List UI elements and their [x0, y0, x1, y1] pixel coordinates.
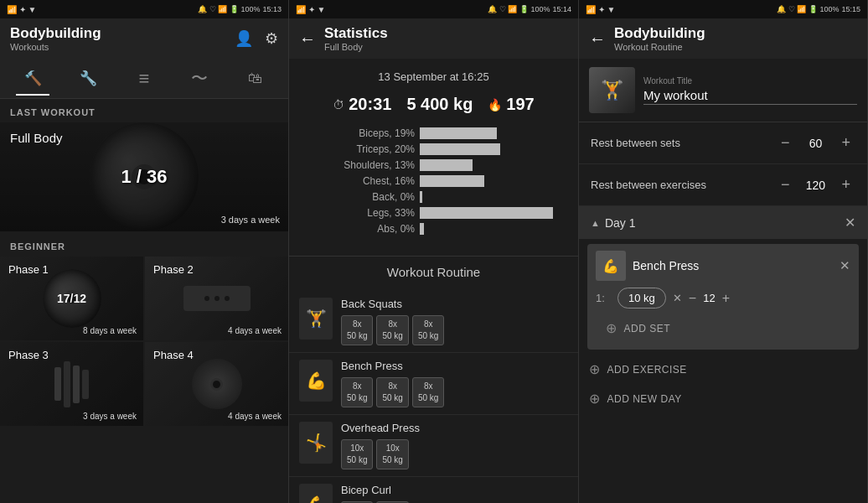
add-exercise-icon: ⊕ [589, 361, 601, 377]
add-day-label: ADD NEW DAY [607, 393, 682, 405]
muscle-label: Shoulders, 13% [314, 159, 415, 171]
set-tag: 8x50 kg [412, 315, 444, 345]
status-bar-2: 📶 ✦ ▼ 🔔 ♡ 📶 🔋 100% 15:14 [289, 0, 578, 18]
status-right-icons: 🔔 ♡ 📶 🔋 100% 15:13 [198, 5, 282, 13]
rest-exercises-minus[interactable]: − [776, 174, 795, 195]
phase-1-freq: 8 days a week [83, 326, 137, 335]
muscle-label: Chest, 16% [314, 175, 415, 187]
workout-title-field[interactable] [643, 88, 857, 105]
rest-sets-plus[interactable]: + [836, 132, 855, 153]
routine-icon: 🤸 [299, 422, 333, 464]
app-title-1: Bodybuilding [10, 25, 101, 42]
muscle-row: Chest, 16% [314, 175, 553, 187]
set-tag: 8x50 kg [341, 377, 373, 407]
muscle-bar [420, 159, 553, 171]
full-body-card[interactable]: Full Body 1 / 36 3 days a week [0, 122, 288, 231]
header-icons-1: 👤 ⚙ [235, 29, 278, 48]
rest-sets-row: Rest between sets − 60 + [579, 122, 867, 164]
set-weight[interactable]: 10 kg [617, 288, 666, 309]
phase-3-card[interactable]: Phase 3 3 days a week [0, 342, 143, 426]
day-1-header: ▲ Day 1 ✕ [579, 206, 867, 239]
routine-name: Bench Press [341, 360, 568, 372]
exercise-header: 💪 Bench Press ✕ [596, 251, 850, 281]
add-exercise-label: ADD EXERCISE [607, 364, 687, 376]
muscle-label: Triceps, 20% [314, 143, 415, 155]
set-tag: 8x50 kg [376, 315, 408, 345]
rest-sets-label: Rest between sets [591, 137, 776, 149]
workout-title-section: 🏋 Workout Title [579, 59, 867, 122]
set-reps-value: 12 [703, 292, 715, 304]
muscle-label: Abs, 0% [314, 223, 415, 235]
rest-exercises-plus[interactable]: + [836, 174, 855, 195]
routine-title: Workout Routine [289, 256, 578, 291]
phase-1-title: Phase 1 [8, 263, 49, 276]
routine-item: 💪 Bicep Curl 10x50 kg10x50 kg [289, 477, 578, 503]
set-tag: 8x50 kg [412, 377, 444, 407]
stat-calories-value: 197 [506, 95, 534, 114]
set-tags: 8x50 kg8x50 kg8x50 kg [341, 315, 568, 345]
routine-item: 🤸 Overhead Press 10x50 kg10x50 kg [289, 415, 578, 477]
add-day-row[interactable]: ⊕ ADD NEW DAY [579, 384, 867, 413]
add-set-row[interactable]: ⊕ ADD SET [596, 314, 850, 343]
time-3: 15:15 [841, 5, 860, 13]
muscle-bars: Biceps, 19% Triceps, 20% Shoulders, 13% … [289, 127, 578, 256]
full-body-title: Full Body [10, 131, 63, 145]
app-header-3: ← Bodybuilding Workout Routine [579, 18, 867, 59]
routine-info: Bicep Curl 10x50 kg10x50 kg [341, 484, 568, 503]
add-exercise-row[interactable]: ⊕ ADD EXERCISE [579, 355, 867, 384]
title-block-3: Bodybuilding Workout Routine [614, 25, 705, 52]
set-tags: 8x50 kg8x50 kg8x50 kg [341, 377, 568, 407]
set-tag: 10x50 kg [376, 439, 408, 469]
panel-routine-editor: 📶 ✦ ▼ 🔔 ♡ 📶 🔋 100% 15:15 ← Bodybuilding … [579, 0, 868, 503]
person-icon[interactable]: 👤 [235, 29, 253, 48]
exercise-close-btn[interactable]: ✕ [840, 258, 850, 273]
day-1-left: ▲ Day 1 [591, 216, 635, 230]
rest-exercises-row: Rest between exercises − 120 + [579, 164, 867, 206]
add-set-label: ADD SET [624, 323, 671, 334]
set-tag: 10x50 kg [341, 439, 373, 469]
set-reps-plus[interactable]: + [722, 291, 730, 306]
stat-calories: 🔥 197 [488, 95, 534, 114]
settings-icon[interactable]: ⚙ [265, 29, 278, 48]
phase-4-title: Phase 4 [153, 349, 194, 361]
phase-1-card[interactable]: Phase 1 17/12 8 days a week [0, 257, 143, 340]
back-button-3[interactable]: ← [589, 29, 606, 49]
chevron-up-icon: ▲ [591, 218, 600, 228]
fire-icon: 🔥 [488, 98, 502, 111]
app-subtitle-1: Workouts [10, 42, 101, 52]
muscle-bar [420, 223, 553, 235]
beginner-label: BEGINNER [0, 233, 288, 257]
routine-info: Bench Press 8x50 kg8x50 kg8x50 kg [341, 360, 568, 407]
routine-editor-title: Bodybuilding [614, 25, 705, 42]
bench-press-card: 💪 Bench Press ✕ 1: 10 kg ✕ − 12 + ⊕ ADD … [587, 244, 859, 350]
android-icons: 📶 ✦ ▼ [7, 5, 36, 14]
routine-info: Overhead Press 10x50 kg10x50 kg [341, 422, 568, 469]
set-row-1: 1: 10 kg ✕ − 12 + [596, 288, 850, 309]
phase-4-card[interactable]: Phase 4 4 days a week [145, 342, 288, 426]
routine-name: Back Squats [341, 298, 568, 310]
rest-exercises-value: 120 [803, 179, 828, 192]
muscle-row: Back, 0% [314, 191, 553, 203]
phase-2-card[interactable]: Phase 2 4 days a week [145, 257, 288, 340]
routine-list: 🏋 Back Squats 8x50 kg8x50 kg8x50 kg 💪 Be… [289, 291, 578, 503]
rest-sets-minus[interactable]: − [776, 132, 795, 153]
stats-content: 13 September at 16:25 ⏱ 20:31 5 400 kg 🔥… [289, 59, 578, 503]
stats-summary: ⏱ 20:31 5 400 kg 🔥 197 [289, 91, 578, 127]
routine-name: Bicep Curl [341, 484, 568, 496]
tab-bag[interactable]: 🛍 [228, 62, 283, 96]
tab-wrench[interactable]: 🔧 [60, 61, 116, 96]
set-reps-minus[interactable]: − [689, 291, 696, 306]
day-1-close[interactable]: ✕ [845, 215, 855, 231]
status-left-2: 📶 ✦ ▼ [296, 5, 325, 14]
set-reps-controls: − 12 + [689, 291, 730, 306]
panel-workouts: 📶 ✦ ▼ 🔔 ♡ 📶 🔋 100% 15:13 Bodybuilding Wo… [0, 0, 289, 503]
tab-list[interactable]: ≡ [116, 60, 172, 98]
stat-weight-value: 5 400 kg [406, 95, 473, 114]
back-button-2[interactable]: ← [299, 29, 316, 49]
status-left-icons: 📶 ✦ ▼ [7, 5, 36, 14]
phase-2-title: Phase 2 [153, 263, 194, 276]
tab-hammer[interactable]: 🔨 [5, 61, 60, 96]
tab-chart[interactable]: 〜 [172, 59, 227, 98]
rest-exercises-label: Rest between exercises [591, 179, 776, 191]
day-1-label: Day 1 [605, 216, 636, 230]
